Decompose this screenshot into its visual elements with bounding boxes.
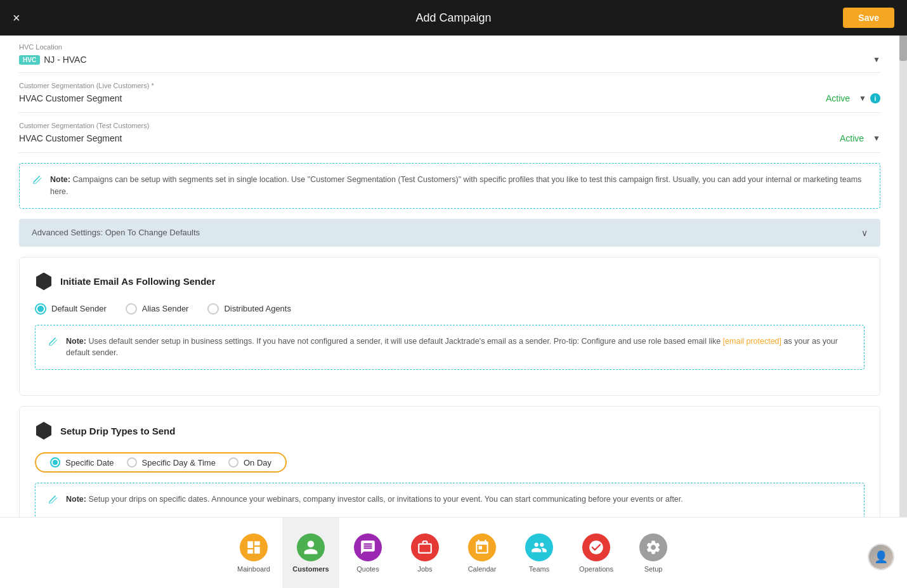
- nav-item-customers[interactable]: Customers: [282, 518, 339, 589]
- drip-radio-on-day[interactable]: On Day: [222, 456, 278, 469]
- location-section: HVC Location HVC NJ - HVAC ▼: [19, 36, 880, 73]
- drip-section: Setup Drip Types to Send Specific Date S…: [19, 406, 880, 517]
- note-label-3: Note:: [66, 495, 86, 504]
- user-avatar[interactable]: 👤: [868, 544, 894, 570]
- jobs-icon-wrapper: [411, 533, 439, 561]
- nav-item-mainboard[interactable]: Mainboard: [225, 518, 282, 589]
- operations-icon-wrapper: [582, 533, 610, 561]
- customer-seg-live-arrow[interactable]: ▼: [859, 94, 866, 103]
- note-edit-icon-2: [48, 337, 58, 350]
- customer-seg-test-arrow[interactable]: ▼: [873, 134, 880, 143]
- nav-label-operations: Operations: [579, 565, 613, 573]
- note-edit-icon-1: [32, 175, 42, 188]
- note-label-2: Note:: [66, 337, 86, 346]
- radio-default-sender[interactable]: Default Sender: [35, 303, 107, 315]
- drip-radio-on-day-label: On Day: [244, 458, 271, 467]
- setup-icon: [645, 539, 662, 556]
- radio-alias-sender-circle[interactable]: [126, 303, 137, 315]
- note-box-3: Note: Setup your drips on specific dates…: [35, 483, 865, 517]
- radio-distributed-agents[interactable]: Distributed Agents: [207, 303, 291, 315]
- customer-seg-test-section: Customer Segmentation (Test Customers) H…: [19, 113, 880, 153]
- customer-seg-live-row: HVAC Customer Segment Active ▼ i: [19, 93, 880, 103]
- drip-radio-group: Specific Date Specific Day & Time On Day: [35, 452, 287, 473]
- teams-icon-wrapper: [525, 533, 553, 561]
- save-button[interactable]: Save: [843, 8, 894, 28]
- nav-item-setup[interactable]: Setup: [625, 518, 682, 589]
- drip-radio-specific-day-time-label: Specific Day & Time: [142, 458, 216, 467]
- note-content-1: Campaigns can be setup with segments set…: [50, 175, 861, 196]
- drip-radio-specific-day-time[interactable]: Specific Day & Time: [121, 456, 222, 469]
- note-text-3: Note: Setup your drips on specific dates…: [66, 493, 683, 506]
- advanced-settings-bar[interactable]: Advanced Settings: Open To Change Defaul…: [19, 219, 880, 247]
- location-badge: HVC NJ - HVAC: [19, 55, 87, 65]
- operations-icon: [588, 539, 604, 556]
- nav-label-quotes: Quotes: [356, 565, 379, 573]
- customers-icon: [303, 539, 319, 556]
- note-email-link: [email protected]: [723, 337, 781, 346]
- email-section-title: Initiate Email As Following Sender: [60, 276, 215, 287]
- quotes-icon-wrapper: [354, 533, 382, 561]
- radio-default-sender-circle[interactable]: [35, 303, 46, 315]
- email-section: Initiate Email As Following Sender Defau…: [19, 257, 880, 396]
- email-section-header: Initiate Email As Following Sender: [35, 273, 865, 291]
- email-hex-icon: [35, 273, 53, 291]
- mainboard-icon: [245, 539, 262, 556]
- customer-seg-live-label: Customer Segmentation (Live Customers) *: [19, 82, 880, 89]
- customer-seg-live-status: Active: [826, 93, 850, 103]
- radio-alias-sender-label: Alias Sender: [142, 304, 189, 313]
- close-button[interactable]: ×: [13, 11, 20, 25]
- nav-label-calendar: Calendar: [468, 565, 497, 573]
- customers-icon-wrapper: [297, 533, 325, 561]
- scrollbar[interactable]: ▲ ▼: [899, 36, 907, 552]
- radio-distributed-agents-label: Distributed Agents: [224, 304, 291, 313]
- page-title: Add Campaign: [415, 11, 491, 25]
- note-box-2: Note: Uses default sender setup in busin…: [35, 325, 865, 370]
- nav-item-calendar[interactable]: Calendar: [454, 518, 511, 589]
- email-sender-radio-group: Default Sender Alias Sender Distributed …: [35, 303, 865, 315]
- quotes-icon: [360, 539, 376, 556]
- advanced-settings-label: Advanced Settings: Open To Change Defaul…: [32, 228, 200, 237]
- bottom-nav: Mainboard Customers Quotes Jobs: [0, 517, 907, 588]
- drip-radio-specific-date-label: Specific Date: [65, 458, 114, 467]
- scrollbar-thumb[interactable]: [899, 36, 907, 61]
- hvc-badge: HVC: [19, 55, 40, 65]
- location-label: HVC Location: [19, 43, 880, 51]
- drip-section-title: Setup Drip Types to Send: [60, 426, 175, 436]
- advanced-settings-chevron: ∨: [861, 228, 868, 238]
- drip-hex-icon: [35, 422, 53, 440]
- mainboard-icon-wrapper: [240, 533, 268, 561]
- header: × Add Campaign Save: [0, 0, 907, 36]
- nav-item-quotes[interactable]: Quotes: [339, 518, 396, 589]
- location-dropdown-arrow[interactable]: ▼: [873, 55, 880, 64]
- radio-alias-sender[interactable]: Alias Sender: [126, 303, 189, 315]
- customer-seg-test-status: Active: [840, 133, 864, 143]
- customer-seg-test-row: HVAC Customer Segment Active ▼: [19, 133, 880, 143]
- drip-radio-specific-date-circle[interactable]: [50, 457, 60, 467]
- drip-radio-specific-day-time-circle[interactable]: [127, 457, 137, 467]
- note-label-1: Note:: [50, 175, 70, 184]
- nav-label-jobs: Jobs: [417, 565, 432, 573]
- nav-label-teams: Teams: [529, 565, 549, 573]
- radio-distributed-agents-circle[interactable]: [207, 303, 219, 315]
- calendar-icon-wrapper: [468, 533, 496, 561]
- customer-seg-live-dropdown[interactable]: Active ▼ i: [826, 93, 880, 103]
- note-text-1: Note: Campaigns can be setup with segmen…: [50, 174, 867, 198]
- location-name: NJ - HVAC: [44, 55, 86, 65]
- nav-item-teams[interactable]: Teams: [511, 518, 568, 589]
- customer-seg-test-label: Customer Segmentation (Test Customers): [19, 122, 880, 129]
- customer-seg-test-dropdown[interactable]: Active ▼: [840, 133, 880, 143]
- drip-radio-specific-date[interactable]: Specific Date: [44, 456, 121, 469]
- nav-item-operations[interactable]: Operations: [568, 518, 625, 589]
- note-text-2: Note: Uses default sender setup in busin…: [66, 336, 851, 360]
- note-box-1: Note: Campaigns can be setup with segmen…: [19, 163, 880, 209]
- drip-radio-on-day-circle[interactable]: [228, 457, 238, 467]
- teams-icon: [531, 539, 547, 556]
- radio-default-sender-label: Default Sender: [51, 304, 107, 313]
- nav-item-jobs[interactable]: Jobs: [396, 518, 454, 589]
- note-content-2-start: Uses default sender setup in business se…: [88, 337, 722, 346]
- customer-seg-test-name: HVAC Customer Segment: [19, 133, 840, 143]
- location-value-row: HVC NJ - HVAC ▼: [19, 55, 880, 65]
- customer-seg-live-section: Customer Segmentation (Live Customers) *…: [19, 73, 880, 113]
- avatar-image: 👤: [869, 545, 893, 569]
- info-icon-live[interactable]: i: [870, 93, 880, 103]
